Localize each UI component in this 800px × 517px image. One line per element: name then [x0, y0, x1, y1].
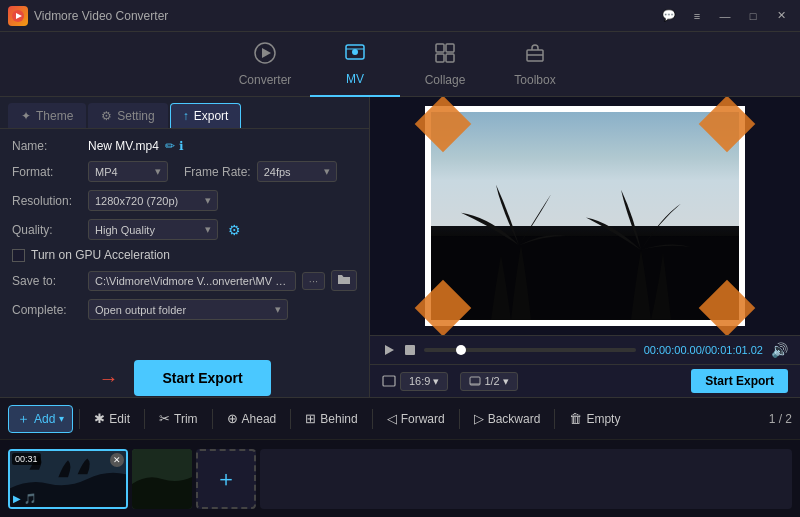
- close-btn[interactable]: ✕: [770, 7, 792, 25]
- page-info-text: 1 / 2: [769, 412, 792, 426]
- theme-icon: ✦: [21, 109, 31, 123]
- add-button[interactable]: ＋ Add ▾: [8, 405, 73, 433]
- save-to-label: Save to:: [12, 274, 82, 288]
- svg-rect-8: [446, 44, 454, 52]
- time-current: 00:00:00.00: [644, 344, 702, 356]
- complete-arrow: ▾: [275, 303, 281, 316]
- sub-tab-theme-label: Theme: [36, 109, 73, 123]
- quality-value: High Quality: [95, 224, 155, 236]
- scale-arrow: ▾: [503, 375, 509, 388]
- sub-tab-export-label: Export: [194, 109, 229, 123]
- clip-close-1[interactable]: ✕: [110, 453, 124, 467]
- gpu-label: Turn on GPU Acceleration: [31, 248, 170, 262]
- volume-icon[interactable]: 🔊: [771, 342, 788, 358]
- svg-rect-13: [431, 236, 739, 320]
- tab-toolbox[interactable]: Toolbox: [490, 32, 580, 97]
- name-row: Name: New MV.mp4 ✏ ℹ: [12, 139, 357, 153]
- add-clip-button[interactable]: ＋: [196, 449, 256, 509]
- add-arrow: ▾: [59, 413, 64, 424]
- ahead-icon: ⊕: [227, 411, 238, 426]
- edit-button[interactable]: ✱ Edit: [86, 407, 138, 430]
- clip-bg-2: [132, 449, 192, 509]
- forward-icon: ◁: [387, 411, 397, 426]
- clip-icons-1: ▶ 🎵: [13, 493, 36, 504]
- ahead-button[interactable]: ⊕ Ahead: [219, 407, 285, 430]
- tab-mv[interactable]: MV: [310, 32, 400, 97]
- tab-mv-label: MV: [346, 72, 364, 86]
- title-bar-right: 💬 ≡ — □ ✕: [658, 7, 792, 25]
- trim-label: Trim: [174, 412, 198, 426]
- ratio-arrow: ▾: [433, 375, 439, 388]
- bottom-controls: 16:9 ▾ 1/2 ▾ Start Export: [370, 364, 800, 397]
- stop-button[interactable]: [404, 344, 416, 356]
- title-bar-left: Vidmore Video Converter: [8, 6, 168, 26]
- format-value: MP4: [95, 166, 118, 178]
- tab-collage[interactable]: Collage: [400, 32, 490, 97]
- sep6: [459, 409, 460, 429]
- red-arrow-icon: →: [98, 367, 118, 390]
- sep4: [290, 409, 291, 429]
- gpu-checkbox[interactable]: [12, 249, 25, 262]
- info-icon[interactable]: ℹ: [179, 139, 184, 153]
- save-to-path[interactable]: C:\Vidmore\Vidmore V...onverter\MV Expor…: [88, 271, 296, 291]
- frame-rate-label: Frame Rate:: [184, 165, 251, 179]
- sep5: [372, 409, 373, 429]
- ratio-button[interactable]: 16:9 ▾: [400, 372, 448, 391]
- app-icon: [8, 6, 28, 26]
- sep2: [144, 409, 145, 429]
- resolution-select[interactable]: 1280x720 (720p) ▾: [88, 190, 218, 211]
- collage-icon: [434, 42, 456, 69]
- frame-rate-select[interactable]: 24fps ▾: [257, 161, 337, 182]
- tab-converter[interactable]: Converter: [220, 32, 310, 97]
- screen-icon: [469, 375, 481, 387]
- progress-dot[interactable]: [456, 345, 466, 355]
- complete-select[interactable]: Open output folder ▾: [88, 299, 288, 320]
- save-to-row: Save to: C:\Vidmore\Vidmore V...onverter…: [12, 270, 357, 291]
- quality-gear-icon[interactable]: ⚙: [228, 222, 241, 238]
- frame-rate-section: Frame Rate: 24fps ▾: [184, 161, 337, 182]
- toolbox-icon: [524, 42, 546, 69]
- browse-path-btn[interactable]: ···: [302, 272, 325, 290]
- sub-tab-theme[interactable]: ✦ Theme: [8, 103, 86, 128]
- play-button[interactable]: [382, 343, 396, 357]
- clip-audio-icon-1: 🎵: [24, 493, 36, 504]
- minimize-btn[interactable]: —: [714, 7, 736, 25]
- quality-select[interactable]: High Quality ▾: [88, 219, 218, 240]
- quality-row: Quality: High Quality ▾ ⚙: [12, 219, 357, 240]
- clip-item-1[interactable]: ✕ 00:31 ▶ 🎵: [8, 449, 128, 509]
- sub-tab-setting[interactable]: ⚙ Setting: [88, 103, 167, 128]
- menu-btn[interactable]: ≡: [686, 7, 708, 25]
- format-select[interactable]: MP4 ▾: [88, 161, 168, 182]
- backward-button[interactable]: ▷ Backward: [466, 407, 549, 430]
- start-export-small-button[interactable]: Start Export: [691, 369, 788, 393]
- export-icon: ↑: [183, 109, 189, 123]
- forward-button[interactable]: ◁ Forward: [379, 407, 453, 430]
- sep1: [79, 409, 80, 429]
- clip-item-2[interactable]: [132, 449, 192, 509]
- svg-rect-15: [405, 345, 415, 355]
- chat-btn[interactable]: 💬: [658, 7, 680, 25]
- open-folder-btn[interactable]: [331, 270, 357, 291]
- sep3: [212, 409, 213, 429]
- behind-button[interactable]: ⊞ Behind: [297, 407, 365, 430]
- palm-svg: [431, 143, 739, 320]
- behind-label: Behind: [320, 412, 357, 426]
- maximize-btn[interactable]: □: [742, 7, 764, 25]
- complete-label: Complete:: [12, 303, 82, 317]
- name-value: New MV.mp4: [88, 139, 159, 153]
- svg-rect-7: [436, 44, 444, 52]
- edit-name-icon[interactable]: ✏: [165, 139, 175, 153]
- time-display: 00:00:00.00/00:01:01.02: [644, 344, 763, 356]
- frame-rate-arrow: ▾: [324, 165, 330, 178]
- sub-tab-export[interactable]: ↑ Export: [170, 103, 242, 128]
- complete-row: Complete: Open output folder ▾: [12, 299, 357, 320]
- empty-button[interactable]: 🗑 Empty: [561, 407, 628, 430]
- complete-value: Open output folder: [95, 304, 186, 316]
- trim-button[interactable]: ✂ Trim: [151, 407, 206, 430]
- time-total: 00:01:01.02: [705, 344, 763, 356]
- start-export-main-button[interactable]: Start Export: [134, 360, 270, 396]
- progress-bar[interactable]: [424, 348, 636, 352]
- video-content: [431, 112, 739, 320]
- scale-button[interactable]: 1/2 ▾: [460, 372, 517, 391]
- behind-icon: ⊞: [305, 411, 316, 426]
